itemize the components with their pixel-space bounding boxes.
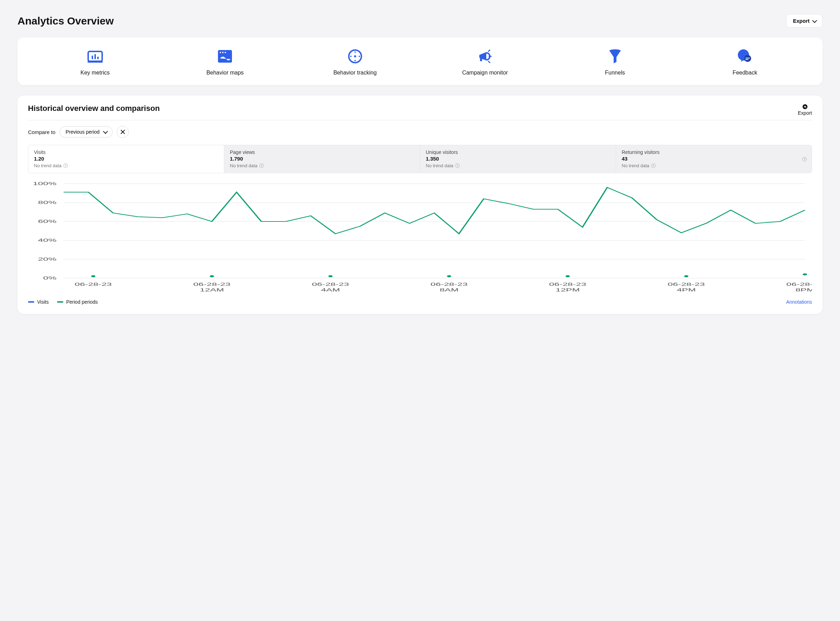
nav-item-behavior-tracking[interactable]: Behavior tracking [290,48,420,76]
nav-label: Campaign monitor [462,70,508,76]
svg-text:06-28-23: 06-28-23 [194,282,230,286]
nav-item-feedback[interactable]: Feedback [680,48,810,76]
svg-rect-20 [746,59,748,60]
svg-text:80%: 80% [38,200,56,204]
svg-text:40%: 40% [38,238,56,242]
svg-text:0%: 0% [43,275,56,280]
page-title: Analytics Overview [18,15,114,27]
legend-visits: Visits [28,299,48,305]
svg-point-48 [210,275,214,277]
nav-label: Funnels [605,70,625,76]
svg-text:06-28-23: 06-28-23 [312,282,349,286]
svg-point-11 [354,51,356,53]
legend-swatch [28,301,34,303]
metric-page-views[interactable]: Page views 1.790 No trend data [224,145,420,173]
metric-note: No trend data [230,163,264,168]
chevron-down-icon [812,18,816,24]
svg-text:100%: 100% [33,181,57,186]
historical-panel: Historical overview and comparison Expor… [18,95,822,314]
help-icon[interactable] [63,164,68,168]
help-icon[interactable] [259,164,264,168]
nav-label: Behavior tracking [333,70,377,76]
nav-item-funnels[interactable]: Funnels [550,48,680,76]
svg-text:06-28-23: 06-28-23 [75,282,112,286]
svg-text:20%: 20% [38,256,56,261]
legend-swatch [57,301,63,303]
svg-point-8 [225,52,226,53]
metric-note: No trend data [622,163,655,168]
svg-rect-15 [480,58,482,61]
help-icon[interactable] [651,164,655,168]
chart-icon [87,48,104,65]
nav-item-key-metrics[interactable]: Key metrics [30,48,160,76]
metric-note: No trend data [426,163,460,168]
svg-text:8AM: 8AM [439,287,458,292]
panel-export-button[interactable]: Export [798,104,812,116]
metric-title: Returning visitors [622,149,806,155]
svg-text:4PM: 4PM [677,287,696,292]
help-icon[interactable] [802,157,807,161]
svg-point-14 [359,56,360,57]
nav-label: Feedback [733,70,757,76]
metric-title: Unique visitors [426,149,610,155]
nav-card: Key metrics Behavior maps Behavior track… [18,38,822,85]
svg-text:06-28-23: 06-28-23 [549,282,586,286]
metric-visits[interactable]: Visits 1.20 No trend data [28,145,224,173]
svg-point-49 [328,275,333,277]
metric-title: Page views [230,149,414,155]
metric-value: 1.350 [426,156,610,162]
legend-period: Period periods [57,299,98,305]
export-icon [802,104,808,109]
panel-export-label: Export [798,110,812,116]
chart-legend: Visits Period periods [28,299,98,305]
metric-value: 43 [622,156,806,162]
legend-label: Period periods [66,299,98,305]
target-icon [347,48,363,65]
nav-item-campaign-monitor[interactable]: Campaign monitor [420,48,550,76]
svg-point-10 [354,55,356,58]
metric-tabs: Visits 1.20 No trend data Page views 1.7… [28,145,812,173]
nav-label: Behavior maps [206,70,244,76]
metric-unique-visitors[interactable]: Unique visitors 1.350 No trend data [420,145,616,173]
panel-title: Historical overview and comparison [28,104,160,113]
metric-note: No trend data [34,163,68,168]
svg-point-12 [354,60,356,61]
svg-text:12AM: 12AM [200,287,224,292]
metric-title: Visits [34,149,218,155]
svg-text:06-28-23: 06-28-23 [431,282,468,286]
svg-point-21 [802,104,807,109]
legend-label: Visits [37,299,48,305]
svg-rect-3 [94,54,96,59]
svg-text:06-28-23: 06-28-23 [668,282,705,286]
line-chart: 0%20%40%60%80%100%06-28-2306-28-2312AM06… [28,180,812,295]
metric-value: 1.790 [230,156,414,162]
nav-item-behavior-maps[interactable]: Behavior maps [160,48,291,76]
svg-point-51 [566,275,570,277]
svg-text:06-28-23: 06-28-23 [787,282,812,286]
svg-point-13 [350,56,352,57]
browser-icon [216,48,233,65]
svg-text:8PM: 8PM [795,287,812,292]
svg-point-53 [803,273,807,275]
svg-rect-1 [88,61,103,63]
svg-point-50 [447,275,451,277]
svg-rect-2 [92,56,93,59]
chat-icon [736,48,753,65]
compare-label: Compare to [28,129,55,135]
svg-text:4AM: 4AM [321,287,340,292]
metric-value: 1.20 [34,156,218,162]
svg-rect-19 [746,58,750,58]
annotations-link[interactable]: Annotations [786,299,812,305]
chevron-down-icon [103,129,107,135]
svg-rect-4 [97,57,99,59]
metric-returning-visitors[interactable]: Returning visitors 43 No trend data [616,145,812,173]
export-button[interactable]: Export [786,14,822,28]
help-icon[interactable] [455,164,460,168]
compare-select[interactable]: Previous period [59,126,112,138]
svg-point-7 [222,52,224,53]
svg-text:12PM: 12PM [555,287,580,292]
svg-point-47 [91,275,95,277]
compare-clear-button[interactable] [117,126,129,138]
svg-point-16 [610,49,621,52]
svg-point-52 [684,275,689,277]
